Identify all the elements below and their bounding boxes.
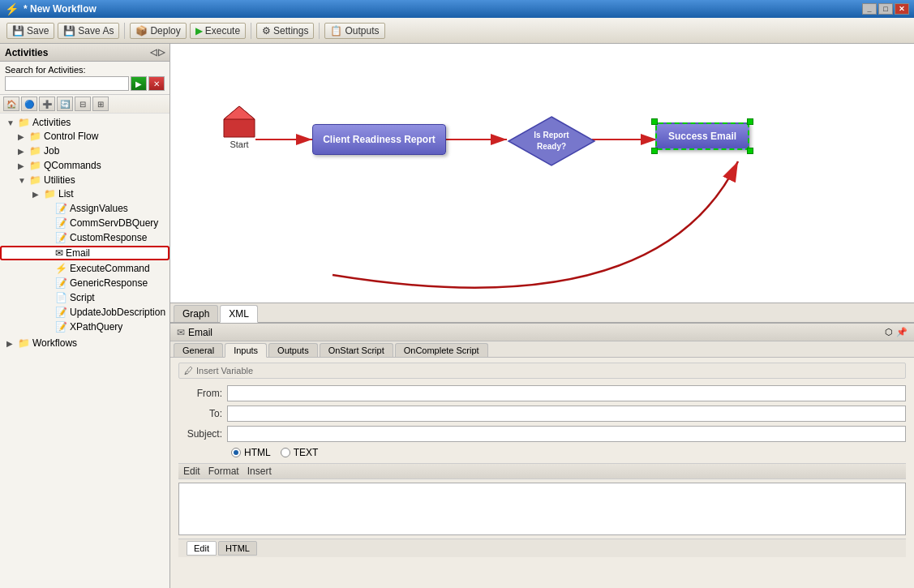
- maximize-button[interactable]: □: [878, 3, 893, 15]
- outputs-button[interactable]: 📋 Outputs: [324, 23, 384, 39]
- panel-float-button[interactable]: ⬡: [885, 327, 893, 337]
- tab-outputs[interactable]: Outputs: [268, 343, 318, 357]
- expand-icon-job[interactable]: ▶: [18, 147, 29, 156]
- tree-row-control-flow[interactable]: ▶ 📁 Control Flow: [0, 130, 169, 143]
- expand-icon-qcommands[interactable]: ▶: [18, 161, 29, 170]
- handle-tr: [747, 118, 753, 125]
- tree-item-qcommands: ▶ 📁 QCommands: [0, 158, 169, 173]
- radio-html-btn[interactable]: [231, 448, 241, 457]
- execute-button[interactable]: ▶ Execute: [190, 23, 246, 39]
- insert-variable-bar[interactable]: 🖊 Insert Variable: [178, 363, 906, 379]
- panel-expand-icon[interactable]: ▷: [158, 47, 165, 58]
- diamond-icon: Is Report Ready?: [507, 115, 596, 168]
- subject-label: Subject:: [178, 428, 227, 440]
- tree-row-workflows[interactable]: ▶ 📁 Workflows: [0, 337, 169, 350]
- tree-row-list[interactable]: ▶ 📁 List: [0, 187, 169, 200]
- tree-row-executecommand[interactable]: ⚡ ExecuteCommand: [0, 262, 169, 275]
- tab-onstart[interactable]: OnStart Script: [320, 343, 393, 357]
- radio-html[interactable]: HTML: [231, 447, 271, 458]
- from-input[interactable]: [227, 385, 906, 401]
- tab-oncomplete[interactable]: OnComplete Script: [395, 343, 488, 357]
- tree-row-job[interactable]: ▶ 📁 Job: [0, 144, 169, 157]
- tab-xml[interactable]: XML: [220, 305, 258, 323]
- toolbar-separator-1: [124, 23, 125, 39]
- editor-toolbar: Edit Format Insert: [178, 463, 906, 479]
- to-input[interactable]: [227, 406, 906, 422]
- editor-tool-format[interactable]: Format: [208, 466, 239, 477]
- tree-row-assignvalues[interactable]: 📝 AssignValues: [0, 202, 169, 215]
- settings-button[interactable]: ⚙ Settings: [256, 23, 314, 39]
- tree-collapse-button[interactable]: ⊟: [75, 97, 91, 111]
- start-icon: [222, 105, 256, 139]
- tree-label-activities: Activities: [32, 117, 71, 128]
- tree-refresh-button[interactable]: 🔄: [57, 97, 73, 111]
- toolbar-separator-3: [319, 23, 320, 39]
- tree-item-list: ▶ 📁 List: [0, 187, 169, 201]
- html-editor[interactable]: [178, 483, 906, 535]
- tab-inputs[interactable]: Inputs: [225, 343, 267, 358]
- subject-input[interactable]: [227, 426, 906, 442]
- editor-tab-edit[interactable]: Edit: [187, 541, 217, 556]
- tree-row-commservdbquery[interactable]: 📝 CommServDBQuery: [0, 217, 169, 230]
- workflow-canvas[interactable]: Start Client Readiness Report Is Report …: [170, 44, 914, 303]
- editor-tab-html[interactable]: HTML: [218, 541, 257, 556]
- deploy-button[interactable]: 📦 Deploy: [130, 23, 186, 39]
- outputs-icon: 📋: [330, 25, 342, 36]
- diamond-node[interactable]: Is Report Ready?: [507, 115, 596, 170]
- file-icon-email: ✉: [55, 247, 63, 259]
- tree-label-script: Script: [70, 292, 95, 303]
- tree-row-genericresponse[interactable]: 📝 GenericResponse: [0, 277, 169, 290]
- tree-row-script[interactable]: 📄 Script: [0, 291, 169, 304]
- tree-nav-button[interactable]: 🔵: [21, 97, 37, 111]
- folder-icon-utilities: 📁: [29, 174, 41, 186]
- save-icon: 💾: [12, 25, 24, 36]
- file-icon-xpathquery: 📝: [55, 321, 67, 333]
- save-button[interactable]: 💾 Save: [6, 23, 54, 39]
- search-clear-button[interactable]: ✕: [148, 76, 165, 91]
- tree-row-customresponse[interactable]: 📝 CustomResponse: [0, 231, 169, 244]
- radio-text-btn[interactable]: [281, 448, 290, 457]
- client-readiness-node[interactable]: Client Readiness Report: [312, 124, 446, 155]
- success-email-node[interactable]: Success Email: [655, 122, 749, 150]
- tree-label-xpathquery: XPathQuery: [70, 321, 122, 333]
- folder-icon-qcommands: 📁: [29, 160, 41, 171]
- start-node[interactable]: Start: [215, 105, 264, 149]
- expand-icon-activities[interactable]: ▼: [6, 118, 18, 127]
- handle-br: [747, 148, 753, 154]
- expand-icon-control-flow[interactable]: ▶: [18, 132, 29, 141]
- tree-row-xpathquery[interactable]: 📝 XPathQuery: [0, 320, 169, 333]
- expand-icon-workflows[interactable]: ▶: [6, 339, 18, 348]
- close-button[interactable]: ✕: [895, 3, 909, 15]
- expand-icon-utilities[interactable]: ▼: [18, 176, 29, 185]
- tree-item-workflows: ▶ 📁 Workflows: [0, 336, 169, 350]
- tree-row-email[interactable]: ✉ Email: [0, 246, 169, 260]
- tree-expand-button[interactable]: ⊞: [92, 97, 109, 111]
- folder-icon-activities: 📁: [18, 117, 30, 128]
- tree-item-assignvalues: 📝 AssignValues: [0, 201, 169, 216]
- editor-tool-edit[interactable]: Edit: [183, 466, 200, 477]
- panel-pin-button[interactable]: 📌: [896, 327, 908, 337]
- deploy-icon: 📦: [135, 25, 148, 36]
- settings-icon: ⚙: [262, 25, 271, 36]
- tree-label-list: List: [58, 188, 74, 200]
- minimize-button[interactable]: _: [862, 3, 877, 15]
- start-label: Start: [215, 139, 264, 149]
- radio-text[interactable]: TEXT: [281, 447, 319, 458]
- save-as-button[interactable]: 💾 Save As: [58, 23, 119, 39]
- tree-home-button[interactable]: 🏠: [3, 97, 19, 111]
- editor-tool-insert[interactable]: Insert: [247, 466, 272, 477]
- tree-row-utilities[interactable]: ▼ 📁 Utilities: [0, 174, 169, 187]
- search-go-button[interactable]: ▶: [131, 76, 147, 91]
- tree-label-commservdbquery: CommServDBQuery: [70, 217, 158, 229]
- window-controls: _ □ ✕: [862, 3, 909, 15]
- tree-row-activities[interactable]: ▼ 📁 Activities: [0, 116, 169, 129]
- client-readiness-label: Client Readiness Report: [323, 134, 436, 145]
- expand-icon-list[interactable]: ▶: [32, 190, 44, 199]
- panel-pin-icon[interactable]: ◁: [150, 47, 157, 58]
- tab-general[interactable]: General: [174, 343, 223, 357]
- tree-row-updatejobdescription[interactable]: 📝 UpdateJobDescription: [0, 306, 169, 319]
- tree-row-qcommands[interactable]: ▶ 📁 QCommands: [0, 159, 169, 172]
- tree-add-button[interactable]: ➕: [39, 97, 55, 111]
- tab-graph[interactable]: Graph: [174, 305, 218, 322]
- search-input[interactable]: [5, 76, 129, 91]
